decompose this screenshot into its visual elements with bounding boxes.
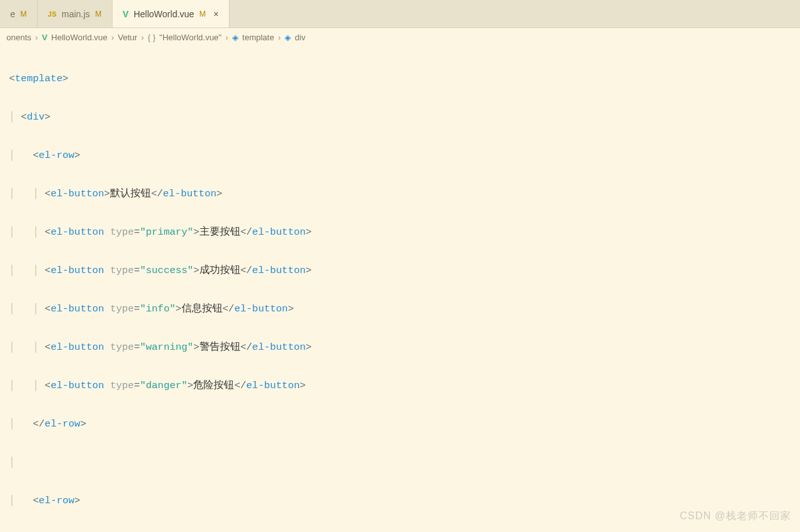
tab-modified: M bbox=[20, 10, 27, 19]
cube-icon: ◈ bbox=[285, 33, 291, 42]
js-icon: JS bbox=[48, 10, 56, 18]
breadcrumb-vetur[interactable]: Vetur bbox=[118, 33, 137, 42]
tab-bar: e M JS main.js M V HelloWorld.vue M × bbox=[0, 0, 800, 28]
chevron-right-icon: › bbox=[141, 33, 144, 42]
tab-label: main.js bbox=[61, 9, 90, 19]
breadcrumb-component[interactable]: "HelloWorld.vue" bbox=[159, 33, 221, 42]
braces-icon: { } bbox=[148, 33, 155, 42]
tab-label: HelloWorld.vue bbox=[134, 9, 194, 19]
tab-modified: M bbox=[95, 10, 102, 19]
tab-item-0[interactable]: e M bbox=[0, 0, 38, 27]
cube-icon: ◈ bbox=[232, 33, 239, 42]
vue-icon: V bbox=[123, 9, 129, 19]
breadcrumb-file[interactable]: HelloWorld.vue bbox=[51, 33, 107, 42]
close-icon[interactable]: × bbox=[214, 9, 219, 19]
chevron-right-icon: › bbox=[225, 33, 228, 42]
tab-modified: M bbox=[200, 10, 206, 19]
breadcrumb-folder[interactable]: onents bbox=[6, 33, 31, 42]
tab-item-helloworld[interactable]: V HelloWorld.vue M × bbox=[113, 0, 230, 27]
chevron-right-icon: › bbox=[278, 33, 281, 42]
tab-item-mainjs[interactable]: JS main.js M bbox=[38, 0, 113, 27]
watermark: CSDN @栈老师不回家 bbox=[680, 510, 791, 523]
breadcrumb-template[interactable]: template bbox=[242, 33, 274, 42]
chevron-right-icon: › bbox=[35, 33, 38, 42]
code-editor[interactable]: <template> │ <div> │ <el-row> │ │ <el-bu… bbox=[0, 46, 800, 532]
tab-label: e bbox=[10, 9, 15, 19]
chevron-right-icon: › bbox=[111, 33, 114, 42]
breadcrumb-div[interactable]: div bbox=[295, 33, 306, 42]
vue-icon: V bbox=[42, 33, 47, 42]
breadcrumb: onents › V HelloWorld.vue › Vetur › { } … bbox=[0, 28, 800, 46]
